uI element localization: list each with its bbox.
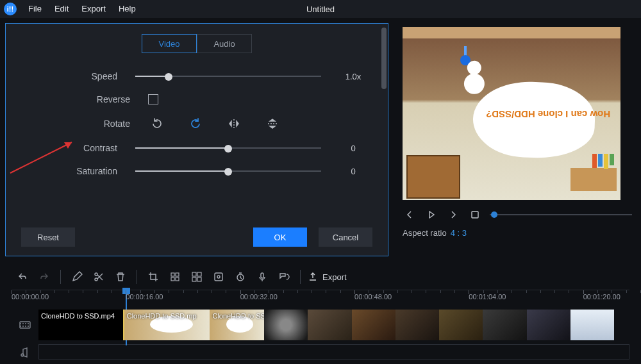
audio-track-header[interactable] <box>12 344 38 361</box>
timeline-toolbar: Export <box>0 264 641 290</box>
saturation-slider[interactable] <box>135 167 321 176</box>
prev-frame-button[interactable] <box>403 208 417 222</box>
freeze-button[interactable] <box>209 267 228 286</box>
reset-button[interactable]: Reset <box>21 228 75 247</box>
cancel-button[interactable]: Cancel <box>319 228 372 247</box>
timeline-ruler[interactable]: 00:00:00.0000:00:16.0000:00:32.0000:00:4… <box>12 290 629 307</box>
speed-value: 1.0x <box>334 72 372 81</box>
text-to-speech-button[interactable] <box>274 267 294 286</box>
undo-button[interactable] <box>13 267 32 286</box>
rotate-ccw-icon[interactable] <box>151 117 163 130</box>
saturation-label: Saturation <box>21 166 135 176</box>
redo-button[interactable] <box>35 267 54 286</box>
timeline-clip[interactable] <box>352 310 395 340</box>
rotate-cw-icon[interactable] <box>189 117 202 130</box>
aspect-ratio: Aspect ratio4 : 3 <box>403 228 632 238</box>
flip-vertical-icon[interactable] <box>266 117 279 130</box>
export-button[interactable]: Export <box>307 271 347 283</box>
speed-label: Speed <box>21 71 135 81</box>
saturation-value: 0 <box>334 167 372 176</box>
ruler-tick: 00:01:20.00 <box>583 293 620 301</box>
svg-rect-11 <box>192 277 196 281</box>
contrast-value: 0 <box>334 144 372 153</box>
timeline-clip[interactable] <box>395 310 439 340</box>
svg-point-18 <box>21 354 24 356</box>
menubar: i!! File Edit Export Help Untitled <box>0 0 641 18</box>
timeline-clip[interactable] <box>308 310 351 340</box>
voiceover-button[interactable] <box>253 267 272 286</box>
crop-button[interactable] <box>144 267 163 286</box>
timeline-clip[interactable] <box>264 310 308 340</box>
duration-button[interactable] <box>231 267 250 286</box>
ruler-tick: 00:01:04.00 <box>469 293 506 301</box>
speed-slider[interactable] <box>135 72 321 81</box>
svg-rect-5 <box>171 273 174 276</box>
timeline-clip[interactable] <box>439 310 483 340</box>
video-track-header[interactable] <box>12 307 38 343</box>
app-icon: i!! <box>4 3 17 15</box>
mosaic-button[interactable] <box>165 267 185 286</box>
ok-button[interactable]: OK <box>253 228 307 247</box>
timeline-clip[interactable] <box>570 310 614 340</box>
svg-rect-10 <box>197 272 201 276</box>
menu-help[interactable]: Help <box>112 0 142 18</box>
audio-track <box>12 344 629 361</box>
svg-rect-13 <box>215 273 222 281</box>
preview-bubble-text: How can I clone HDD/SSD? <box>486 109 610 120</box>
contrast-label: Contrast <box>21 143 135 153</box>
ruler-tick: 00:00:16.00 <box>126 293 163 301</box>
timeline-clip[interactable]: CloneHDD to SSD.mp4 <box>38 310 124 340</box>
menu-file[interactable]: File <box>22 0 48 18</box>
reverse-label: Reverse <box>21 94 148 104</box>
svg-point-4 <box>95 278 97 281</box>
video-preview[interactable]: How can I clone HDD/SSD? <box>403 27 620 200</box>
zoom-button[interactable] <box>187 267 206 286</box>
svg-point-14 <box>217 276 220 278</box>
reverse-checkbox[interactable] <box>148 94 158 104</box>
menu-export[interactable]: Export <box>75 0 112 18</box>
video-properties-panel: Video Audio Speed 1.0x Reverse Rotate <box>5 23 388 256</box>
stop-button[interactable] <box>468 208 482 222</box>
svg-point-3 <box>95 273 97 276</box>
menu-edit[interactable]: Edit <box>48 0 75 18</box>
svg-rect-8 <box>176 277 179 281</box>
svg-rect-12 <box>197 277 201 281</box>
play-button[interactable] <box>424 208 438 222</box>
ruler-tick: 00:00:32.00 <box>240 293 278 301</box>
svg-rect-2 <box>472 211 478 218</box>
next-frame-button[interactable] <box>446 208 460 222</box>
svg-rect-9 <box>192 272 196 276</box>
timeline-clip[interactable]: CloneHDD to SSD.mp <box>124 310 210 340</box>
video-track: CloneHDD to SSD.mp4CloneHDD to SSD.mpClo… <box>12 307 629 343</box>
tab-video[interactable]: Video <box>142 34 197 53</box>
contrast-slider[interactable] <box>135 144 321 153</box>
split-button[interactable] <box>89 267 108 286</box>
timeline-clip[interactable] <box>527 310 570 340</box>
svg-rect-17 <box>20 322 30 328</box>
ruler-tick: 00:00:48.00 <box>354 293 392 301</box>
svg-rect-16 <box>261 273 263 278</box>
panel-scrollbar[interactable] <box>381 28 387 89</box>
svg-rect-6 <box>176 273 179 276</box>
delete-button[interactable] <box>111 267 130 286</box>
timeline-clip[interactable] <box>483 310 526 340</box>
tab-audio[interactable]: Audio <box>197 34 252 53</box>
svg-rect-7 <box>171 277 174 281</box>
ruler-tick: 00:00:00.00 <box>12 293 49 301</box>
flip-horizontal-icon[interactable] <box>228 117 240 130</box>
export-icon <box>307 271 319 283</box>
preview-progress-slider[interactable] <box>490 213 632 216</box>
aspect-ratio-value[interactable]: 4 : 3 <box>451 228 467 238</box>
rotate-label: Rotate <box>21 119 148 129</box>
edit-button[interactable] <box>67 267 87 286</box>
timeline-clip[interactable]: CloneHDD to SSD.mp4 <box>210 310 264 340</box>
audio-track-body[interactable] <box>38 344 629 360</box>
